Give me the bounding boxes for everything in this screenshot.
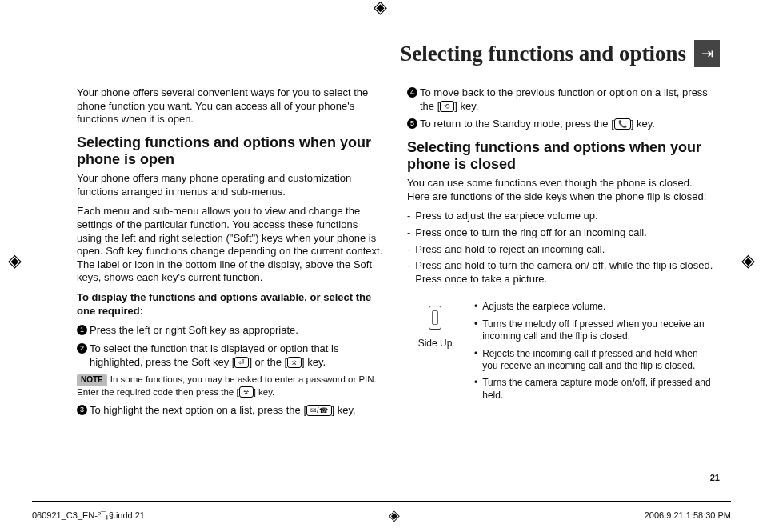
step-number-icon: 3 [77,405,87,415]
open-p2: Each menu and sub-menu allows you to vie… [77,205,383,285]
step-text: To select the function that is displayed… [90,342,383,369]
side-key-table: Side Up Adjusts the earpiece volume. Tur… [407,301,713,406]
section-heading-closed: Selecting functions and options when you… [407,139,713,174]
dash-item: Press once to turn the ring off for an i… [407,226,713,240]
content-columns: Your phone offers several convenient way… [77,86,713,422]
step-text: Press the left or right Soft key as appr… [90,324,383,338]
section-heading-open: Selecting functions and options when you… [77,134,383,169]
side-key-label-col: Side Up [407,301,463,350]
bullet-item: Turns the melody off if pressed when you… [474,318,713,343]
step-5: 5 To return to the Standby mode, press t… [407,118,713,131]
step-text: To highlight the next option on a list, … [90,404,383,418]
open-lead: To display the functions and options ava… [77,291,383,318]
bullet-item: Rejects the incoming call if pressed and… [474,348,713,373]
step-3: 3 To highlight the next option on a list… [77,404,383,418]
crop-mark-left: ◈ [8,250,22,271]
step-number-icon: 1 [77,325,87,335]
crop-mark-right: ◈ [741,250,755,271]
right-column: 4 To move back to the previous function … [407,86,713,422]
intro-text: Your phone offers several convenient way… [77,86,383,126]
page-title: Selecting functions and options [400,42,686,66]
center-key-icon: ※ [287,357,302,368]
step-number-icon: 5 [407,118,417,129]
dash-item: Press to adjust the earpiece volume up. [407,210,713,223]
end-key-icon: 📞 [614,118,631,130]
crop-mark-bottom: ◈ [389,506,400,524]
header: Selecting functions and options ⇥ [400,40,720,67]
side-key-icon [429,306,441,330]
footer-timestamp: 2006.9.21 1:58:30 PM [645,510,731,520]
step-text: To move back to the previous function or… [420,86,713,113]
footer: 060921_C3_EN-º¯¡§.indd 21 ◈ 2006.9.21 1:… [32,501,731,524]
page: ◈ ◈ ◈ Selecting functions and options ⇥ … [0,0,763,532]
enter-icon: ⇥ [694,40,720,67]
ok-key-icon: ⏎ [234,357,249,368]
step-number-icon: 2 [77,343,87,354]
bullet-item: Turns the camera capture mode on/off, if… [474,377,713,402]
side-key-bullets: Adjusts the earpiece volume. Turns the m… [474,301,713,406]
step-number-icon: 4 [407,87,417,98]
closed-p1: You can use some functions even though t… [407,177,713,203]
footer-file: 060921_C3_EN-º¯¡§.indd 21 [32,510,145,520]
dash-item: Press and hold to reject an incoming cal… [407,243,713,257]
note-block: NOTEIn some functions, you may be asked … [77,374,383,398]
step-1: 1 Press the left or right Soft key as ap… [77,324,383,338]
page-number: 21 [710,473,720,482]
divider [407,294,713,294]
bullet-item: Adjusts the earpiece volume. [474,301,713,313]
note-badge: NOTE [77,374,107,386]
back-key-icon: ⟲ [440,101,454,112]
side-up-label: Side Up [418,338,453,350]
step-4: 4 To move back to the previous function … [407,86,713,113]
center-key-icon: ※ [239,386,254,398]
left-column: Your phone offers several convenient way… [77,86,383,422]
nav-key-icon: ✉/☎ [306,405,332,416]
step-2: 2 To select the function that is display… [77,342,383,369]
open-p1: Your phone offers many phone operating a… [77,172,383,198]
crop-mark-top: ◈ [374,0,387,18]
step-text: To return to the Standby mode, press the… [420,118,713,131]
dash-item: Press and hold to turn the camera on/ of… [407,259,713,286]
